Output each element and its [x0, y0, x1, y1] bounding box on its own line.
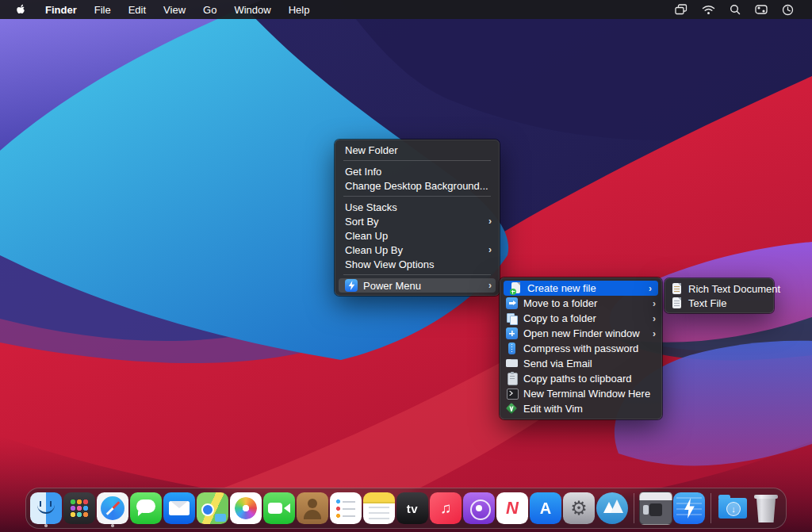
wifi-icon[interactable]	[695, 0, 722, 19]
dock-separator	[634, 493, 634, 523]
dock-item-reminders[interactable]	[330, 490, 362, 526]
submenu-item-open-new-finder-window[interactable]: Open new Finder window ›	[500, 326, 662, 341]
submenu-item-new-terminal-window-here[interactable]: New Terminal Window Here	[500, 386, 662, 401]
dock-item-system-preferences[interactable]: ⚙	[563, 490, 595, 526]
submenu-item-send-via-email[interactable]: Send via Email	[500, 356, 662, 371]
photos-icon	[230, 492, 262, 524]
submenu-item-label: Compress with password	[523, 343, 638, 354]
menu-item-change-desktop-background[interactable]: Change Desktop Background...	[335, 178, 500, 193]
chevron-right-icon: ›	[645, 329, 656, 339]
submenu-item-label: Text File	[688, 297, 726, 309]
spotlight-search-icon[interactable]	[722, 0, 748, 19]
dock-item-music[interactable]: ♫	[430, 490, 462, 526]
submenu-item-label: Rich Text Document	[688, 283, 780, 295]
dock-item-podcasts[interactable]	[463, 490, 495, 526]
menu-item-label: New Folder	[345, 144, 397, 156]
menu-item-clean-up-by[interactable]: Clean Up By ›	[335, 243, 500, 257]
submenu-item-rich-text-document[interactable]: Rich Text Document	[665, 281, 774, 296]
dock-item-app-store[interactable]: A	[530, 490, 561, 526]
dock-item-maps[interactable]	[197, 490, 228, 526]
submenu-item-copy-to-folder[interactable]: Copy to a folder ›	[500, 311, 662, 326]
messages-icon	[130, 492, 162, 524]
menu-item-get-info[interactable]: Get Info	[335, 164, 500, 178]
submenu-item-label: New Terminal Window Here	[523, 388, 650, 400]
download-arrow-icon: ↓	[726, 502, 741, 516]
dock-item-messages[interactable]	[130, 490, 162, 526]
dock-item-launchpad[interactable]	[63, 490, 95, 526]
menu-item-label: Change Desktop Background...	[345, 180, 488, 192]
power-menu-bolt-icon	[345, 279, 358, 292]
dock-item-safari[interactable]	[97, 490, 128, 526]
dock-item-mail[interactable]	[163, 490, 195, 526]
maps-icon	[197, 492, 228, 524]
submenu-item-text-file[interactable]: Text File	[665, 296, 774, 310]
menu-separator	[343, 274, 491, 275]
desktop-context-menu: New Folder Get Info Change Desktop Backg…	[335, 140, 500, 296]
dock-item-tv[interactable]: tv	[396, 490, 428, 526]
dock-item-news[interactable]: N	[496, 490, 528, 526]
menu-bar-app-name[interactable]: Finder	[36, 0, 86, 19]
menu-item-label: Clean Up By	[345, 244, 403, 256]
terminal-icon	[506, 388, 518, 400]
dock-item-minimized-window[interactable]	[640, 490, 672, 526]
menu-bar: Finder File Edit View Go Window Help	[0, 0, 812, 19]
reminders-icon	[330, 492, 362, 524]
tv-logo: tv	[396, 492, 428, 524]
dock-item-photos[interactable]	[230, 490, 262, 526]
menu-bar-left: Finder File Edit View Go Window Help	[0, 0, 318, 19]
submenu-item-create-new-file[interactable]: Create new file ›	[504, 281, 658, 296]
finder-window-icon	[506, 327, 518, 339]
menu-item-clean-up[interactable]: Clean Up	[335, 228, 500, 243]
clock-icon[interactable]	[775, 0, 801, 19]
dock-item-notes[interactable]	[363, 490, 395, 526]
music-note-glyph: ♫	[430, 492, 462, 524]
dock-item-contacts[interactable]	[297, 490, 328, 526]
launchpad-icon	[63, 492, 95, 524]
menu-bar-item-view[interactable]: View	[155, 0, 194, 19]
notes-icon	[363, 492, 395, 524]
chevron-right-icon: ›	[645, 299, 656, 308]
dock-item-finder[interactable]	[30, 490, 62, 526]
submenu-item-compress-with-password[interactable]: Compress with password	[500, 341, 662, 356]
desktop[interactable]: { "menu_bar": { "app_name": "Finder", "i…	[0, 0, 812, 532]
menu-bar-item-window[interactable]: Window	[225, 0, 279, 19]
music-icon: ♫	[430, 492, 462, 524]
menu-separator	[343, 160, 491, 161]
control-center-icon[interactable]	[748, 0, 775, 19]
menu-item-show-view-options[interactable]: Show View Options	[335, 257, 500, 271]
menu-item-power-menu[interactable]: Power Menu ›	[339, 278, 496, 293]
dock-item-trash[interactable]	[750, 490, 782, 526]
zip-icon	[506, 343, 518, 354]
submenu-item-copy-paths-to-clipboard[interactable]: Copy paths to clipboard	[500, 371, 662, 386]
chevron-right-icon: ›	[481, 281, 492, 290]
new-file-icon	[510, 282, 522, 294]
apple-menu[interactable]	[0, 3, 36, 16]
submenu-item-label: Open new Finder window	[523, 327, 640, 339]
system-preferences-gear-icon: ⚙	[563, 492, 595, 524]
submenu-item-label: Copy to a folder	[523, 312, 596, 324]
menu-item-new-folder[interactable]: New Folder	[335, 143, 500, 157]
clipboard-icon	[506, 373, 518, 385]
window-switcher-icon[interactable]	[668, 0, 695, 19]
menu-bar-item-go[interactable]: Go	[194, 0, 225, 19]
menu-item-use-stacks[interactable]: Use Stacks	[335, 200, 500, 214]
menu-bar-status-area	[668, 0, 812, 19]
menu-item-label: Clean Up	[345, 230, 388, 242]
submenu-item-edit-with-vim[interactable]: Edit with Vim	[500, 401, 662, 416]
app-store-logo: A	[530, 492, 561, 524]
dock-item-power-menu-app[interactable]	[673, 490, 705, 526]
menu-item-label: Sort By	[345, 216, 379, 228]
menu-item-label: Use Stacks	[345, 201, 397, 213]
chevron-right-icon: ›	[645, 314, 656, 323]
submenu-item-label: Copy paths to clipboard	[523, 373, 632, 385]
submenu-item-move-to-folder[interactable]: Move to a folder ›	[500, 296, 662, 311]
dock-item-facetime[interactable]	[263, 490, 295, 526]
dock-item-downloads[interactable]: ↓	[717, 490, 749, 526]
email-icon	[506, 358, 518, 369]
menu-item-sort-by[interactable]: Sort By ›	[335, 214, 500, 228]
menu-bar-item-file[interactable]: File	[86, 0, 120, 19]
menu-bar-item-help[interactable]: Help	[280, 0, 319, 19]
menu-item-label: Get Info	[345, 166, 381, 178]
menu-bar-item-edit[interactable]: Edit	[120, 0, 155, 19]
dock-item-mountain-app[interactable]	[596, 490, 628, 526]
